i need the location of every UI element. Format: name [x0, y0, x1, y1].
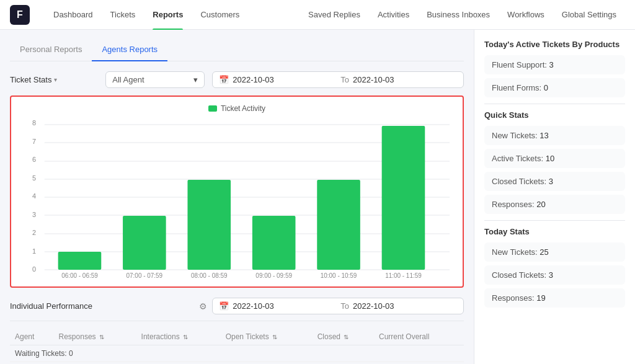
col-current-overall: Current Overall: [374, 329, 464, 345]
svg-text:07:00 - 07:59: 07:00 - 07:59: [127, 272, 163, 279]
bar-3: [252, 216, 296, 270]
chart-legend: Ticket Activity: [21, 104, 453, 113]
svg-text:7: 7: [32, 138, 36, 145]
nav-global-settings[interactable]: Global Settings: [553, 0, 625, 30]
active-tickets-title: Today's Active Tickets By Products: [484, 40, 625, 49]
quick-stat-new-tickets: New Tickets: 13: [484, 126, 625, 145]
today-stats-title: Today Stats: [484, 227, 625, 236]
sub-tabs: Personal Reports Agents Reports: [10, 40, 464, 61]
tab-agents-reports[interactable]: Agents Reports: [92, 40, 167, 61]
tab-personal-reports[interactable]: Personal Reports: [10, 40, 92, 61]
top-nav: F Dashboard Tickets Reports Customers Sa…: [0, 0, 635, 30]
svg-text:5: 5: [32, 174, 36, 182]
agent-select-dropdown[interactable]: All Agent ▾: [105, 71, 205, 88]
bar-chart: 0 1 2 3 4 5 6 7 8: [21, 118, 453, 279]
svg-text:0: 0: [32, 265, 36, 273]
nav-tickets[interactable]: Tickets: [102, 0, 144, 30]
table-row-waiting: Waiting Tickets: 0: [10, 345, 464, 362]
date-range-picker[interactable]: 📅 To: [212, 71, 464, 88]
legend-color-swatch: [208, 105, 217, 112]
nav-dashboard[interactable]: Dashboard: [45, 0, 102, 30]
individual-performance-header: Individual Performance ⚙ 📅 To: [10, 298, 464, 321]
svg-text:09:00 - 09:59: 09:00 - 09:59: [255, 272, 292, 279]
page-body: Personal Reports Agents Reports Ticket S…: [0, 30, 635, 364]
stat-filter-label[interactable]: Ticket Stats ▾: [10, 75, 57, 84]
nav-business-inboxes[interactable]: Business Inboxes: [418, 0, 499, 30]
nav-reports[interactable]: Reports: [144, 0, 192, 30]
today-stat-closed-tickets: Closed Tickets: 3: [484, 265, 625, 285]
nav-right: Saved Replies Activities Business Inboxe…: [300, 0, 625, 30]
product-fluent-support: Fluent Support: 3: [484, 55, 625, 74]
chart-svg: 0 1 2 3 4 5 6 7 8: [21, 118, 453, 279]
col-closed[interactable]: Closed ⇅: [313, 329, 374, 345]
app-logo[interactable]: F: [10, 5, 30, 25]
today-stat-responses: Responses: 19: [484, 288, 625, 308]
perf-date-to-input[interactable]: [353, 301, 457, 311]
gear-icon[interactable]: ⚙: [199, 301, 207, 311]
svg-text:4: 4: [32, 192, 36, 200]
nav-workflows[interactable]: Workflows: [499, 0, 553, 30]
nav-left: Dashboard Tickets Reports Customers: [45, 0, 248, 30]
svg-text:08:00 - 08:59: 08:00 - 08:59: [191, 272, 228, 279]
calendar-icon: 📅: [219, 301, 229, 311]
svg-text:6: 6: [32, 156, 36, 163]
product-fluent-forms: Fluent Forms: 0: [484, 78, 625, 97]
main-content: Personal Reports Agents Reports Ticket S…: [0, 30, 474, 364]
date-to-input[interactable]: [353, 75, 457, 84]
individual-performance-title: Individual Performance: [10, 301, 92, 311]
sidebar-divider-2: [484, 220, 625, 221]
svg-text:1: 1: [32, 247, 36, 255]
bar-2: [187, 180, 231, 270]
chevron-down-icon: ▾: [193, 75, 198, 84]
col-interactions[interactable]: Interactions ⇅: [136, 329, 221, 345]
quick-stat-active-tickets: Active Tickets: 10: [484, 149, 625, 168]
svg-text:8: 8: [32, 119, 36, 127]
filter-bar: Ticket Stats ▾ All Agent ▾ 📅 To: [10, 71, 464, 88]
sidebar-divider-1: [484, 104, 625, 104]
nav-activities[interactable]: Activities: [369, 0, 418, 30]
nav-customers[interactable]: Customers: [192, 0, 248, 30]
svg-text:10:00 - 10:59: 10:00 - 10:59: [321, 272, 357, 279]
col-open-tickets[interactable]: Open Tickets ⇅: [221, 329, 313, 345]
perf-date-range-picker[interactable]: 📅 To: [212, 298, 464, 314]
today-stat-new-tickets: New Tickets: 25: [484, 242, 625, 262]
chart-container: Ticket Activity 0 1 2 3 4 5 6 7 8: [10, 95, 464, 288]
quick-stat-responses: Responses: 20: [484, 195, 625, 214]
bar-0: [58, 252, 102, 270]
svg-text:06:00 - 06:59: 06:00 - 06:59: [61, 272, 98, 279]
quick-stats-title: Quick Stats: [484, 110, 625, 120]
svg-text:11:00 - 11:59: 11:00 - 11:59: [385, 272, 422, 279]
performance-table: Agent Responses ⇅ Interactions ⇅ Open Ti…: [10, 329, 464, 362]
quick-stat-closed-tickets: Closed Tickets: 3: [484, 172, 625, 191]
col-responses[interactable]: Responses ⇅: [54, 329, 136, 345]
sidebar: Today's Active Tickets By Products Fluen…: [474, 30, 635, 364]
col-agent: Agent: [10, 329, 54, 345]
nav-saved-replies[interactable]: Saved Replies: [300, 0, 369, 30]
legend-item-ticket-activity: Ticket Activity: [208, 104, 265, 113]
waiting-tickets: Waiting Tickets: 0: [10, 345, 464, 362]
bar-4: [317, 180, 360, 270]
bar-5: [382, 126, 425, 270]
svg-text:3: 3: [32, 211, 36, 218]
date-from-input[interactable]: [233, 75, 337, 84]
svg-text:2: 2: [32, 229, 36, 236]
bar-1: [123, 216, 166, 270]
chevron-down-icon: ▾: [54, 76, 57, 83]
calendar-icon: 📅: [219, 75, 229, 84]
perf-date-from-input[interactable]: [233, 301, 337, 311]
